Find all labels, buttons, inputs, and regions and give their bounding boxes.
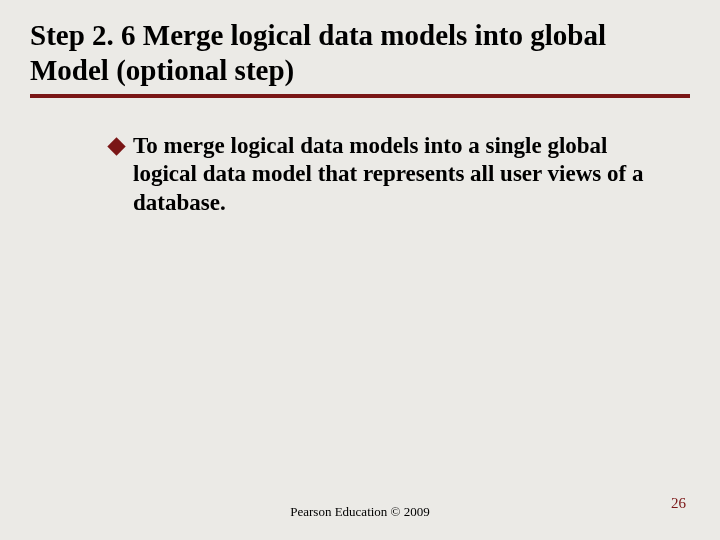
footer-copyright: Pearson Education © 2009: [0, 504, 720, 520]
body-block: To merge logical data models into a sing…: [0, 98, 720, 218]
bullet-text: To merge logical data models into a sing…: [133, 132, 660, 218]
bullet-item: To merge logical data models into a sing…: [110, 132, 660, 218]
slide: Step 2. 6 Merge logical data models into…: [0, 0, 720, 540]
slide-title: Step 2. 6 Merge logical data models into…: [30, 18, 690, 88]
diamond-bullet-icon: [107, 137, 125, 155]
title-block: Step 2. 6 Merge logical data models into…: [0, 0, 720, 88]
page-number: 26: [671, 495, 686, 512]
